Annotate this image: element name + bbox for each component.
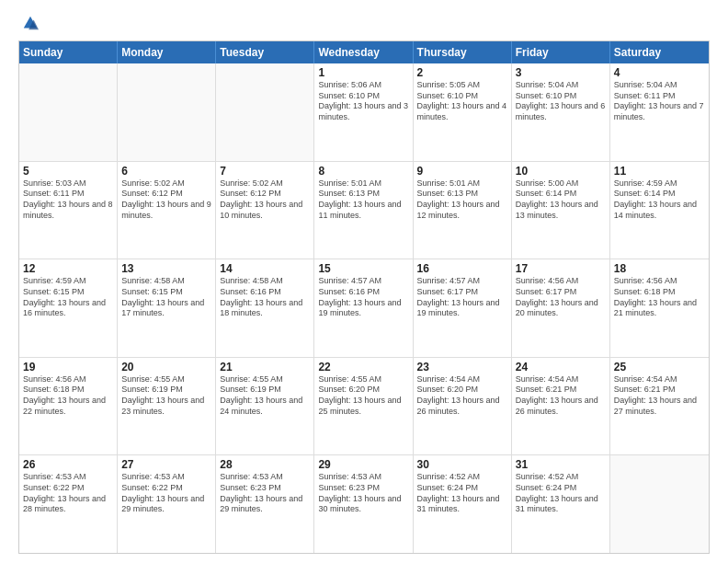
- header-cell-thursday: Thursday: [414, 41, 512, 63]
- calendar-cell: 18Sunrise: 4:56 AM Sunset: 6:18 PM Dayli…: [610, 259, 709, 357]
- day-number: 13: [121, 262, 211, 275]
- calendar-cell: 24Sunrise: 4:54 AM Sunset: 6:21 PM Dayli…: [512, 358, 610, 455]
- logo-icon: [22, 15, 39, 31]
- calendar-cell: 6Sunrise: 5:02 AM Sunset: 6:12 PM Daylig…: [118, 162, 216, 259]
- day-info: Sunrise: 4:56 AM Sunset: 6:18 PM Dayligh…: [614, 276, 705, 319]
- day-number: 4: [614, 66, 705, 79]
- calendar-cell: 27Sunrise: 4:53 AM Sunset: 6:22 PM Dayli…: [118, 455, 216, 553]
- day-number: 24: [516, 361, 606, 373]
- calendar-cell: 26Sunrise: 4:53 AM Sunset: 6:22 PM Dayli…: [19, 455, 118, 553]
- calendar-cell: 16Sunrise: 4:57 AM Sunset: 6:17 PM Dayli…: [414, 259, 512, 357]
- header-cell-wednesday: Wednesday: [314, 41, 413, 63]
- day-number: 20: [121, 361, 211, 373]
- calendar-cell: 29Sunrise: 4:53 AM Sunset: 6:23 PM Dayli…: [314, 455, 413, 553]
- day-info: Sunrise: 4:55 AM Sunset: 6:19 PM Dayligh…: [220, 374, 310, 418]
- day-info: Sunrise: 5:02 AM Sunset: 6:12 PM Dayligh…: [220, 178, 310, 222]
- day-info: Sunrise: 4:52 AM Sunset: 6:24 PM Dayligh…: [417, 472, 507, 515]
- day-number: 31: [516, 458, 606, 471]
- calendar-header: SundayMondayTuesdayWednesdayThursdayFrid…: [19, 41, 709, 63]
- calendar-cell: [610, 455, 709, 553]
- day-info: Sunrise: 5:05 AM Sunset: 6:10 PM Dayligh…: [417, 80, 507, 123]
- logo: [18, 15, 39, 31]
- day-number: 27: [121, 458, 211, 471]
- day-info: Sunrise: 4:58 AM Sunset: 6:15 PM Dayligh…: [121, 276, 211, 319]
- day-info: Sunrise: 5:03 AM Sunset: 6:11 PM Dayligh…: [23, 178, 113, 222]
- calendar-cell: 5Sunrise: 5:03 AM Sunset: 6:11 PM Daylig…: [19, 162, 118, 259]
- day-info: Sunrise: 5:01 AM Sunset: 6:13 PM Dayligh…: [318, 178, 408, 222]
- calendar-cell: 15Sunrise: 4:57 AM Sunset: 6:16 PM Dayli…: [314, 259, 413, 357]
- day-number: 15: [318, 262, 408, 275]
- day-number: 3: [516, 66, 606, 79]
- day-number: 9: [417, 165, 507, 178]
- day-info: Sunrise: 5:04 AM Sunset: 6:11 PM Dayligh…: [614, 80, 705, 123]
- calendar-cell: [216, 63, 314, 161]
- day-info: Sunrise: 4:53 AM Sunset: 6:23 PM Dayligh…: [318, 472, 408, 515]
- day-number: 17: [516, 262, 606, 275]
- calendar-cell: [19, 63, 118, 161]
- calendar-cell: 28Sunrise: 4:53 AM Sunset: 6:23 PM Dayli…: [216, 455, 314, 553]
- header-cell-monday: Monday: [118, 41, 216, 63]
- header: [18, 15, 710, 31]
- day-info: Sunrise: 4:56 AM Sunset: 6:18 PM Dayligh…: [23, 374, 113, 418]
- day-number: 5: [23, 165, 113, 178]
- day-info: Sunrise: 4:54 AM Sunset: 6:21 PM Dayligh…: [614, 374, 705, 418]
- calendar-cell: 31Sunrise: 4:52 AM Sunset: 6:24 PM Dayli…: [512, 455, 610, 553]
- header-cell-sunday: Sunday: [19, 41, 118, 63]
- day-number: 30: [417, 458, 507, 471]
- day-number: 22: [318, 361, 408, 373]
- calendar-cell: 3Sunrise: 5:04 AM Sunset: 6:10 PM Daylig…: [512, 63, 610, 161]
- day-info: Sunrise: 4:56 AM Sunset: 6:17 PM Dayligh…: [516, 276, 606, 319]
- calendar-cell: 14Sunrise: 4:58 AM Sunset: 6:16 PM Dayli…: [216, 259, 314, 357]
- day-info: Sunrise: 4:53 AM Sunset: 6:22 PM Dayligh…: [23, 472, 113, 515]
- day-number: 21: [220, 361, 310, 373]
- calendar-cell: 1Sunrise: 5:06 AM Sunset: 6:10 PM Daylig…: [314, 63, 413, 161]
- day-number: 1: [318, 66, 408, 79]
- calendar-row-1: 1Sunrise: 5:06 AM Sunset: 6:10 PM Daylig…: [19, 63, 709, 161]
- day-info: Sunrise: 4:53 AM Sunset: 6:23 PM Dayligh…: [220, 472, 310, 515]
- calendar-row-4: 19Sunrise: 4:56 AM Sunset: 6:18 PM Dayli…: [19, 357, 709, 455]
- day-info: Sunrise: 4:57 AM Sunset: 6:17 PM Dayligh…: [417, 276, 507, 319]
- day-number: 26: [23, 458, 113, 471]
- day-info: Sunrise: 4:59 AM Sunset: 6:14 PM Dayligh…: [614, 178, 705, 222]
- day-number: 29: [318, 458, 408, 471]
- calendar-cell: 19Sunrise: 4:56 AM Sunset: 6:18 PM Dayli…: [19, 358, 118, 455]
- calendar-cell: 8Sunrise: 5:01 AM Sunset: 6:13 PM Daylig…: [314, 162, 413, 259]
- day-info: Sunrise: 4:55 AM Sunset: 6:20 PM Dayligh…: [318, 374, 408, 418]
- day-number: 12: [23, 262, 113, 275]
- day-number: 8: [318, 165, 408, 178]
- day-number: 10: [516, 165, 606, 178]
- calendar-cell: 20Sunrise: 4:55 AM Sunset: 6:19 PM Dayli…: [118, 358, 216, 455]
- calendar-row-5: 26Sunrise: 4:53 AM Sunset: 6:22 PM Dayli…: [19, 454, 709, 553]
- header-cell-tuesday: Tuesday: [216, 41, 314, 63]
- header-cell-friday: Friday: [512, 41, 610, 63]
- calendar: SundayMondayTuesdayWednesdayThursdayFrid…: [18, 40, 710, 554]
- day-info: Sunrise: 4:54 AM Sunset: 6:20 PM Dayligh…: [417, 374, 507, 418]
- calendar-cell: 4Sunrise: 5:04 AM Sunset: 6:11 PM Daylig…: [610, 63, 709, 161]
- day-info: Sunrise: 4:53 AM Sunset: 6:22 PM Dayligh…: [121, 472, 211, 515]
- calendar-cell: 17Sunrise: 4:56 AM Sunset: 6:17 PM Dayli…: [512, 259, 610, 357]
- day-info: Sunrise: 4:55 AM Sunset: 6:19 PM Dayligh…: [121, 374, 211, 418]
- day-number: 18: [614, 262, 705, 275]
- calendar-cell: 23Sunrise: 4:54 AM Sunset: 6:20 PM Dayli…: [414, 358, 512, 455]
- day-number: 16: [417, 262, 507, 275]
- day-number: 2: [417, 66, 507, 79]
- calendar-body: 1Sunrise: 5:06 AM Sunset: 6:10 PM Daylig…: [19, 63, 709, 553]
- calendar-cell: 12Sunrise: 4:59 AM Sunset: 6:15 PM Dayli…: [19, 259, 118, 357]
- day-info: Sunrise: 5:06 AM Sunset: 6:10 PM Dayligh…: [318, 80, 408, 123]
- day-info: Sunrise: 5:01 AM Sunset: 6:13 PM Dayligh…: [417, 178, 507, 222]
- day-number: 14: [220, 262, 310, 275]
- day-number: 6: [121, 165, 211, 178]
- day-number: 11: [614, 165, 705, 178]
- calendar-cell: 21Sunrise: 4:55 AM Sunset: 6:19 PM Dayli…: [216, 358, 314, 455]
- calendar-cell: 11Sunrise: 4:59 AM Sunset: 6:14 PM Dayli…: [610, 162, 709, 259]
- calendar-row-3: 12Sunrise: 4:59 AM Sunset: 6:15 PM Dayli…: [19, 259, 709, 357]
- calendar-cell: 9Sunrise: 5:01 AM Sunset: 6:13 PM Daylig…: [414, 162, 512, 259]
- page: SundayMondayTuesdayWednesdayThursdayFrid…: [0, 0, 728, 563]
- day-info: Sunrise: 5:00 AM Sunset: 6:14 PM Dayligh…: [516, 178, 606, 222]
- calendar-cell: 22Sunrise: 4:55 AM Sunset: 6:20 PM Dayli…: [314, 358, 413, 455]
- day-info: Sunrise: 4:59 AM Sunset: 6:15 PM Dayligh…: [23, 276, 113, 319]
- day-info: Sunrise: 4:58 AM Sunset: 6:16 PM Dayligh…: [220, 276, 310, 319]
- day-number: 25: [614, 361, 705, 373]
- day-info: Sunrise: 4:57 AM Sunset: 6:16 PM Dayligh…: [318, 276, 408, 319]
- calendar-cell: 30Sunrise: 4:52 AM Sunset: 6:24 PM Dayli…: [414, 455, 512, 553]
